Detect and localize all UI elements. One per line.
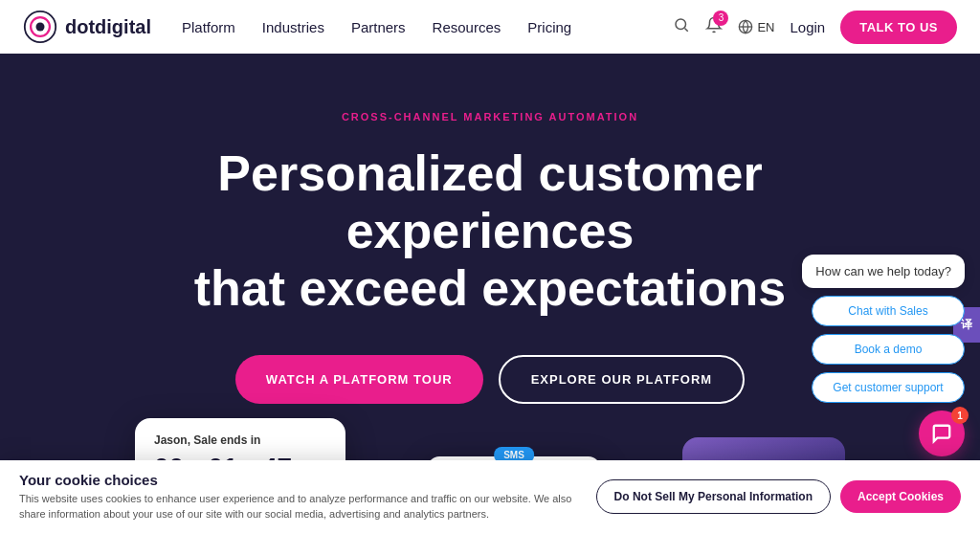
- hero-title-line1: Personalized customer experiences: [217, 145, 762, 258]
- notification-count: 3: [713, 11, 728, 26]
- sale-card-title: Jason, Sale ends in: [154, 433, 326, 447]
- do-not-sell-button[interactable]: Do Not Sell My Personal Information: [596, 479, 831, 514]
- svg-line-4: [685, 28, 688, 31]
- get-support-button[interactable]: Get customer support: [812, 372, 965, 403]
- watch-tour-button[interactable]: WATCH A PLATFORM TOUR: [235, 355, 483, 404]
- nav-platform[interactable]: Platform: [182, 19, 235, 35]
- notification-button[interactable]: 3: [705, 16, 723, 38]
- search-button[interactable]: [673, 16, 690, 38]
- nav-actions: 3 EN Login TALK TO US: [673, 11, 957, 44]
- nav-industries[interactable]: Industries: [262, 19, 324, 35]
- svg-point-3: [676, 19, 686, 30]
- nav-pricing[interactable]: Pricing: [527, 19, 571, 35]
- chat-icon-container: 1: [919, 411, 965, 456]
- login-button[interactable]: Login: [791, 19, 826, 35]
- hero-title: Personalized customer experiences that e…: [98, 145, 882, 317]
- talk-to-us-button[interactable]: TALK TO US: [840, 11, 957, 44]
- cookie-banner: Your cookie choices This website uses co…: [0, 460, 980, 533]
- chat-greeting: How can we help today?: [802, 255, 965, 288]
- cookie-text: Your cookie choices This website uses co…: [19, 472, 577, 522]
- navbar: dotdigital Platform Industries Partners …: [0, 0, 980, 54]
- logo[interactable]: dotdigital: [23, 10, 151, 44]
- cookie-title: Your cookie choices: [19, 472, 577, 488]
- svg-point-2: [36, 23, 45, 32]
- cookie-actions: Do Not Sell My Personal Information Acce…: [596, 479, 961, 514]
- chat-notification-count: 1: [951, 407, 969, 424]
- nav-partners[interactable]: Partners: [351, 19, 406, 35]
- language-selector[interactable]: EN: [738, 19, 774, 34]
- book-demo-button[interactable]: Book a demo: [812, 334, 965, 365]
- hero-title-line2: that exceed expectations: [194, 260, 786, 316]
- hero-buttons: WATCH A PLATFORM TOUR EXPLORE OUR PLATFO…: [235, 355, 745, 404]
- nav-links: Platform Industries Partners Resources P…: [182, 19, 673, 35]
- chat-widget: How can we help today? Chat with Sales B…: [802, 255, 965, 456]
- explore-platform-button[interactable]: EXPLORE OUR PLATFORM: [499, 355, 745, 404]
- language-label: EN: [757, 20, 774, 34]
- chat-with-sales-button[interactable]: Chat with Sales: [812, 296, 965, 326]
- nav-resources[interactable]: Resources: [433, 19, 501, 35]
- hero-subtitle: CROSS-CHANNEL MARKETING AUTOMATION: [342, 111, 638, 122]
- brand-name: dotdigital: [65, 16, 151, 38]
- cookie-description: This website uses cookies to enhance use…: [19, 492, 577, 522]
- accept-cookies-button[interactable]: Accept Cookies: [840, 480, 961, 513]
